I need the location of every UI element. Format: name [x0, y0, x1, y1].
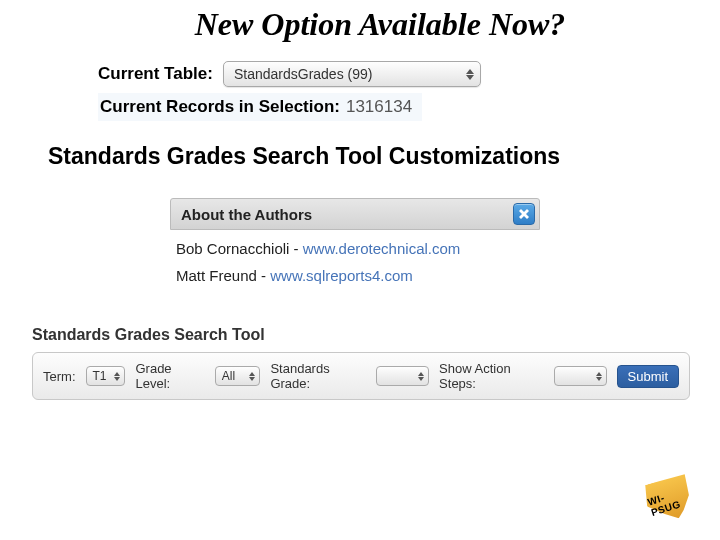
grade-value: All	[222, 369, 235, 383]
records-row: Current Records in Selection: 1316134	[98, 93, 422, 121]
author-sep: -	[257, 267, 270, 284]
subtitle: Standards Grades Search Tool Customizati…	[48, 143, 680, 170]
authors-body: Bob Cornacchioli - www.derotechnical.com…	[170, 230, 540, 300]
authors-block: About the Authors Bob Cornacchioli - www…	[170, 198, 540, 300]
author-name: Matt Freund	[176, 267, 257, 284]
grade-level-select[interactable]: All	[215, 366, 261, 386]
grade-label: Grade Level:	[135, 361, 204, 391]
records-label: Current Records in Selection:	[100, 97, 340, 117]
current-table-value: StandardsGrades (99)	[234, 66, 373, 82]
action-steps-select[interactable]	[554, 366, 607, 386]
tool-title: Standards Grades Search Tool	[32, 326, 690, 344]
steps-label: Show Action Steps:	[439, 361, 543, 391]
current-table-block: Current Table: StandardsGrades (99) Curr…	[98, 61, 720, 121]
updown-icon	[466, 69, 474, 80]
author-row: Bob Cornacchioli - www.derotechnical.com	[176, 240, 534, 257]
current-table-row: Current Table: StandardsGrades (99)	[98, 61, 720, 87]
author-link[interactable]: www.sqlreports4.com	[270, 267, 413, 284]
updown-icon	[249, 372, 255, 381]
author-row: Matt Freund - www.sqlreports4.com	[176, 267, 534, 284]
author-sep: -	[289, 240, 302, 257]
current-table-select[interactable]: StandardsGrades (99)	[223, 61, 481, 87]
current-table-label: Current Table:	[98, 64, 213, 84]
updown-icon	[114, 372, 120, 381]
author-name: Bob Cornacchioli	[176, 240, 289, 257]
submit-button[interactable]: Submit	[617, 365, 679, 388]
term-select[interactable]: T1	[86, 366, 126, 386]
author-link[interactable]: www.derotechnical.com	[303, 240, 461, 257]
authors-header-label: About the Authors	[181, 206, 312, 223]
updown-icon	[418, 372, 424, 381]
page-title: New Option Available Now?	[100, 6, 660, 43]
records-value: 1316134	[346, 97, 412, 117]
authors-header: About the Authors	[170, 198, 540, 230]
std-grade-label: Standards Grade:	[270, 361, 366, 391]
close-button[interactable]	[513, 203, 535, 225]
term-label: Term:	[43, 369, 76, 384]
standards-grade-select[interactable]	[376, 366, 429, 386]
term-value: T1	[93, 369, 107, 383]
search-tool-section: Standards Grades Search Tool Term: T1 Gr…	[32, 326, 690, 400]
wi-psug-logo: WI-PSUG	[641, 472, 700, 527]
close-icon	[518, 208, 530, 220]
tool-bar: Term: T1 Grade Level: All Standards Grad…	[32, 352, 690, 400]
updown-icon	[596, 372, 602, 381]
